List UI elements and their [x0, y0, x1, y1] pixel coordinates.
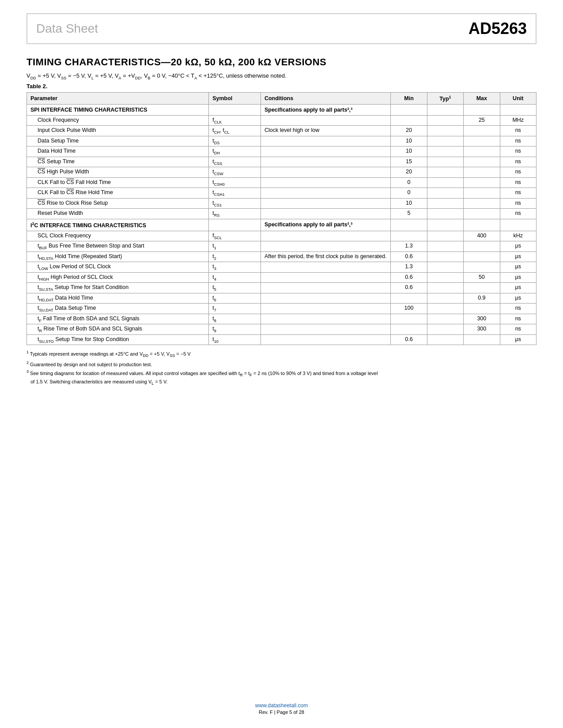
conditions-cell [261, 188, 390, 199]
param-cell: Input Clock Pulse Width [27, 126, 209, 136]
typ-cell [427, 188, 463, 199]
min-cell: 20 [391, 126, 427, 136]
param-cell: tHD,STA Hold Time (Repeated Start) [27, 251, 209, 262]
i2c-section-max [464, 219, 500, 231]
spi-section-min [391, 104, 427, 115]
min-cell [391, 314, 427, 324]
param-cell: CS High Pulse Width [27, 167, 209, 178]
max-cell [464, 334, 500, 345]
i2c-section-typ [427, 219, 463, 231]
symbol-cell: tCH, tCL [209, 126, 261, 136]
symbol-cell: t2 [209, 251, 261, 262]
symbol-cell: t4 [209, 272, 261, 283]
min-cell: 0.6 [391, 283, 427, 293]
param-cell: SCL Clock Frequency [27, 231, 209, 241]
symbol-cell: t8 [209, 314, 261, 324]
main-title: TIMING CHARACTERISTICS—20 kΩ, 50 kΩ, 200… [26, 56, 537, 68]
max-cell [464, 167, 500, 178]
max-cell: 400 [464, 231, 500, 241]
i2c-section-conditions: Specifications apply to all parts²,³ [261, 219, 390, 231]
spi-section-unit [500, 104, 536, 115]
col-header-unit: Unit [500, 92, 536, 104]
typ-cell [427, 146, 463, 157]
typ-cell [427, 209, 463, 219]
footer-revision: Rev. F | Page 5 of 28 [0, 709, 563, 715]
max-cell [464, 262, 500, 273]
symbol-cell: fCLK [209, 115, 261, 126]
conditions-cell [261, 304, 390, 314]
page: Data Sheet AD5263 TIMING CHARACTERISTICS… [0, 0, 563, 728]
spi-section-symbol [209, 104, 261, 115]
table-row: tBUF Bus Free Time Between Stop and Star… [27, 241, 537, 252]
max-cell: 0.9 [464, 293, 500, 304]
typ-cell [427, 293, 463, 304]
unit-cell: ns [500, 209, 536, 219]
symbol-cell: tCSH0 [209, 177, 261, 188]
unit-cell: ns [500, 136, 536, 146]
max-cell [464, 209, 500, 219]
min-cell: 10 [391, 136, 427, 146]
table-row: SCL Clock Frequency fSCL 400 kHz [27, 231, 537, 241]
conditions-cell [261, 272, 390, 283]
min-cell: 100 [391, 304, 427, 314]
symbol-cell: tCSH1 [209, 188, 261, 199]
param-cell: Reset Pulse Width [27, 209, 209, 219]
spi-section-header: SPI INTERFACE TIMING CHARACTERISTICS [27, 104, 209, 115]
table-row: Reset Pulse Width tRS 5 ns [27, 209, 537, 219]
max-cell [464, 157, 500, 167]
table-row: CS Rise to Clock Rise Setup tCS1 10 ns [27, 198, 537, 209]
symbol-cell: tCSW [209, 167, 261, 178]
table-row: tLOW Low Period of SCL Clock t3 1.3 μs [27, 262, 537, 273]
min-cell: 1.3 [391, 241, 427, 252]
unit-cell: μs [500, 293, 536, 304]
unit-cell: MHz [500, 115, 536, 126]
typ-cell [427, 272, 463, 283]
param-cell: tF Fall Time of Both SDA and SCL Signals [27, 314, 209, 324]
param-cell: CLK Fall to CS Fall Hold Time [27, 177, 209, 188]
unit-cell: ns [500, 157, 536, 167]
table-row: CS Setup Time tCSS 15 ns [27, 157, 537, 167]
param-cell: tR Rise Time of Both SDA and SCL Signals [27, 324, 209, 335]
footnote-2: 2 Guaranteed by design and not subject t… [26, 360, 537, 368]
header-right-label: AD5263 [469, 19, 527, 38]
conditions-cell [261, 262, 390, 273]
min-cell [391, 293, 427, 304]
min-cell: 10 [391, 146, 427, 157]
unit-cell: ns [500, 304, 536, 314]
typ-cell [427, 177, 463, 188]
i2c-section-min [391, 219, 427, 231]
table-row: tSU,STA Setup Time for Start Condition t… [27, 283, 537, 293]
conditions-cell [261, 198, 390, 209]
min-cell: 1.3 [391, 262, 427, 273]
max-cell [464, 198, 500, 209]
typ-cell [427, 231, 463, 241]
conditions-cell [261, 314, 390, 324]
table-row: CLK Fall to CS Fall Hold Time tCSH0 0 ns [27, 177, 537, 188]
i2c-section-unit [500, 219, 536, 231]
unit-cell: ns [500, 314, 536, 324]
max-cell: 300 [464, 314, 500, 324]
unit-cell: ns [500, 126, 536, 136]
table-row: CS High Pulse Width tCSW 20 ns [27, 167, 537, 178]
conditions-cell [261, 283, 390, 293]
max-cell: 25 [464, 115, 500, 126]
col-header-min: Min [391, 92, 427, 104]
symbol-cell: t5 [209, 283, 261, 293]
conditions-cell [261, 157, 390, 167]
typ-cell [427, 241, 463, 252]
typ-cell [427, 115, 463, 126]
table-row: tF Fall Time of Both SDA and SCL Signals… [27, 314, 537, 324]
table-row: tHIGH High Period of SCL Clock t4 0.6 50… [27, 272, 537, 283]
symbol-cell: tCSS [209, 157, 261, 167]
unit-cell: ns [500, 167, 536, 178]
table-row: CLK Fall to CS Rise Hold Time tCSH1 0 ns [27, 188, 537, 199]
max-cell [464, 136, 500, 146]
subtitle: VDD = +5 V, VSS = −5 V, VL = +5 V, VA = … [26, 72, 537, 80]
param-cell: tBUF Bus Free Time Between Stop and Star… [27, 241, 209, 252]
unit-cell: μs [500, 272, 536, 283]
conditions-cell [261, 209, 390, 219]
symbol-cell: fSCL [209, 231, 261, 241]
table-row: tSU,STO Setup Time for Stop Condition t1… [27, 334, 537, 345]
conditions-cell: Clock level high or low [261, 126, 390, 136]
conditions-cell [261, 146, 390, 157]
